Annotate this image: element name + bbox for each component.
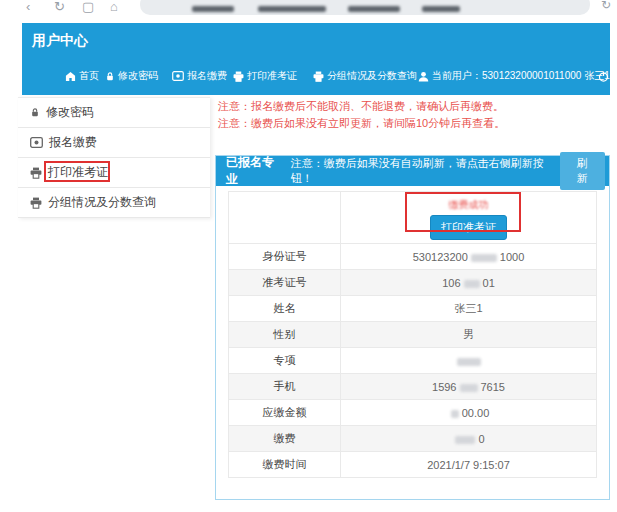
current-user-label: 当前用户：530123200001011000 张三1 [432,69,610,83]
row-label: 专项 [229,348,341,374]
address-bar[interactable] [140,0,590,15]
sidebar-item-registration-payment[interactable]: 报名缴费 [18,128,210,158]
current-user: 当前用户：530123200001011000 张三1 [418,69,610,83]
row-value [341,348,597,374]
table-row-print: 缴费成功 打印准考证 [229,192,597,244]
sidebar-item-label: 报名缴费 [49,134,97,151]
blurred-url-text [192,6,234,12]
user-center-page: { "colors": { "accent": "#1e9bd7", "refr… [0,0,617,512]
row-value: 0 [341,426,597,452]
row-label: 身份证号 [229,244,341,270]
nav-label: 修改密码 [118,69,158,83]
user-icon [418,71,429,82]
blurred-url-text [422,6,460,12]
value-prefix: 1596 [432,381,456,393]
table-row-specialty: 专项 [229,348,597,374]
nav-label: 分组情况及分数查询 [327,69,417,83]
print-cell: 缴费成功 打印准考证 [341,192,597,244]
row-label: 姓名 [229,296,341,322]
back-icon[interactable]: ‹ [26,0,30,16]
redacted-text [455,436,475,444]
table-row-amount-due: 应缴金额 00.00 [229,400,597,426]
table-row-payment: 缴费 0 [229,426,597,452]
reload-icon[interactable]: ↻ [54,0,65,16]
sidebar-item-label: 修改密码 [46,104,94,121]
value-suffix: 1000 [500,251,524,263]
row-value: 张三1 [341,296,597,322]
row-value: 10601 [341,270,597,296]
redacted-text [457,358,481,366]
nav-label: 打印准考证 [247,69,297,83]
row-label: 手机 [229,374,341,400]
redacted-text [464,280,480,288]
sidebar-item-label: 分组情况及分数查询 [48,194,156,211]
table-row-phone: 手机 15967615 [229,374,597,400]
table-row-gender: 性别 男 [229,322,597,348]
value-prefix: 106 [442,277,460,289]
value-suffix: 7615 [481,381,505,393]
lock-icon [30,107,40,118]
redacted-text [460,384,478,392]
page-header: 用户中心 首页 修改密码 报名缴费 打印准考证 分组情况及分数查询 当前用户：5… [22,23,610,95]
lock-icon [105,71,115,82]
printer-icon [30,167,42,179]
page-title: 用户中心 [32,32,88,50]
row-value: 15967615 [341,374,597,400]
nav-print-ticket[interactable]: 打印准考证 [233,69,297,83]
power-icon [598,71,609,82]
empty-label-cell [229,192,341,244]
printer-icon [233,71,244,82]
nav-label: 首页 [79,69,99,83]
row-value: 5301232001000 [341,244,597,270]
notice-line-1: 注意：报名缴费后不能取消、不能退费，请确认后再缴费。 [218,100,610,113]
redacted-text [451,410,459,418]
panel-body: 缴费成功 打印准考证 身份证号 5301232001000 准考证号 10601… [216,186,609,478]
payment-icon [30,137,43,148]
sidebar: 修改密码 报名缴费 打印准考证 分组情况及分数查询 [18,97,210,218]
row-value: 00.00 [341,400,597,426]
notice-line-2: 注意：缴费后如果没有立即更新，请间隔10分钟后再查看。 [218,117,610,130]
new-tab-icon[interactable]: ▢ [82,0,94,16]
payment-icon [172,71,184,81]
nav-registration-payment[interactable]: 报名缴费 [172,69,227,83]
blurred-url-text [348,6,400,12]
home-icon [65,71,76,82]
blurred-url-text [258,6,326,12]
nav-change-password[interactable]: 修改密码 [105,69,158,83]
panel-title: 已报名专业 [226,154,285,188]
row-label: 应缴金额 [229,400,341,426]
redacted-text [471,254,497,262]
row-label: 缴费时间 [229,452,341,478]
refresh-button[interactable]: 刷新 [560,152,606,190]
nav-group-score-query[interactable]: 分组情况及分数查询 [313,69,417,83]
value-suffix: 01 [483,277,495,289]
nav-label: 报名缴费 [187,69,227,83]
sidebar-item-print-ticket[interactable]: 打印准考证 [18,158,210,188]
panel-header: 已报名专业 注意：缴费后如果没有自动刷新，请点击右侧刷新按钮！ 刷新 [216,156,609,186]
value-suffix: 0 [478,433,484,445]
table-row-name: 姓名 张三1 [229,296,597,322]
sidebar-item-change-password[interactable]: 修改密码 [18,98,210,128]
value-suffix: 00.00 [462,407,490,419]
browser-corner-icon[interactable]: ↻ [601,0,611,12]
browser-toolbar: ‹ ↻ ▢ ⌂ ↻ [0,0,617,22]
sidebar-item-label: 打印准考证 [48,164,108,181]
print-ticket-button[interactable]: 打印准考证 [430,215,507,240]
row-label: 缴费 [229,426,341,452]
printer-icon [313,71,324,82]
nav-logout[interactable]: 退出 [598,69,610,83]
panel-subtitle: 注意：缴费后如果没有自动刷新，请点击右侧刷新按钮！ [291,156,560,186]
nav-home[interactable]: 首页 [65,69,99,83]
home-icon[interactable]: ⌂ [110,0,118,16]
value-prefix: 530123200 [413,251,468,263]
row-label: 性别 [229,322,341,348]
sidebar-item-group-score-query[interactable]: 分组情况及分数查询 [18,188,210,218]
table-row-exam-number: 准考证号 10601 [229,270,597,296]
table-row-payment-time: 缴费时间 2021/1/7 9:15:07 [229,452,597,478]
row-value: 2021/1/7 9:15:07 [341,452,597,478]
row-value: 男 [341,322,597,348]
registered-major-panel: 已报名专业 注意：缴费后如果没有自动刷新，请点击右侧刷新按钮！ 刷新 缴费成功 … [215,155,610,500]
registration-info-table: 缴费成功 打印准考证 身份证号 5301232001000 准考证号 10601… [228,191,597,478]
row-label: 准考证号 [229,270,341,296]
printer-icon [30,197,42,209]
